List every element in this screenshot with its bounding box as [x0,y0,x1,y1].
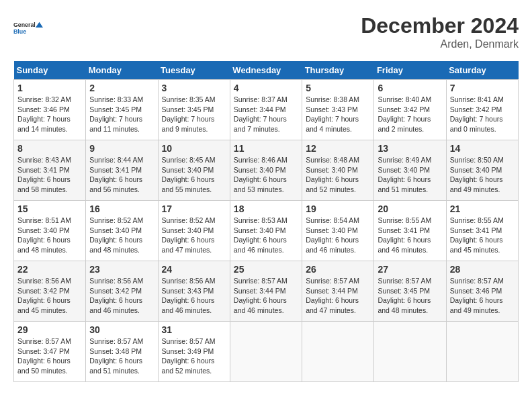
daylight-text: Daylight: 6 hours and 49 minutes. [450,175,503,193]
sunset-text: Sunset: 3:44 PM [234,287,286,295]
calendar-table: SundayMondayTuesdayWednesdayThursdayFrid… [13,61,519,382]
sunrise-text: Sunrise: 8:43 AM [17,156,71,164]
location: Arden, Denmark [361,38,519,50]
daylight-text: Daylight: 6 hours and 46 minutes. [234,236,287,254]
daylight-text: Daylight: 7 hours and 14 minutes. [17,115,71,133]
sunrise-text: Sunrise: 8:55 AM [378,216,431,224]
sunset-text: Sunset: 3:41 PM [17,166,70,174]
empty-cell [374,322,446,382]
sunset-text: Sunset: 3:40 PM [162,166,214,174]
sunset-text: Sunset: 3:42 PM [450,105,502,113]
day-cell-31: 31 Sunrise: 8:57 AM Sunset: 3:49 PM Dayl… [158,322,230,382]
daylight-text: Daylight: 6 hours and 47 minutes. [162,236,215,254]
day-cell-6: 6 Sunrise: 8:40 AM Sunset: 3:42 PM Dayli… [374,80,446,140]
day-info: Sunrise: 8:53 AM Sunset: 3:40 PM Dayligh… [234,216,298,255]
day-number: 22 [17,264,82,275]
day-info: Sunrise: 8:52 AM Sunset: 3:40 PM Dayligh… [162,216,226,255]
day-number: 13 [378,143,442,154]
day-info: Sunrise: 8:43 AM Sunset: 3:41 PM Dayligh… [17,155,82,195]
day-number: 9 [89,143,154,154]
daylight-text: Daylight: 7 hours and 2 minutes. [378,115,431,133]
day-cell-4: 4 Sunrise: 8:37 AM Sunset: 3:44 PM Dayli… [230,80,302,140]
daylight-text: Daylight: 6 hours and 46 minutes. [234,296,287,314]
day-info: Sunrise: 8:57 AM Sunset: 3:49 PM Dayligh… [162,336,226,376]
sunset-text: Sunset: 3:40 PM [162,226,214,234]
day-info: Sunrise: 8:38 AM Sunset: 3:43 PM Dayligh… [306,95,370,134]
day-cell-15: 15 Sunrise: 8:51 AM Sunset: 3:40 PM Dayl… [14,201,86,261]
empty-cell [230,322,302,382]
sunrise-text: Sunrise: 8:35 AM [162,95,216,103]
sunrise-text: Sunrise: 8:55 AM [450,216,504,224]
day-number: 23 [89,264,154,275]
day-number: 11 [234,143,298,154]
daylight-text: Daylight: 7 hours and 11 minutes. [89,115,142,133]
daylight-text: Daylight: 6 hours and 48 minutes. [378,296,431,314]
day-cell-12: 12 Sunrise: 8:48 AM Sunset: 3:40 PM Dayl… [302,140,374,201]
sunset-text: Sunset: 3:43 PM [306,105,358,113]
sunset-text: Sunset: 3:45 PM [162,105,214,113]
day-number: 8 [17,143,82,154]
sunset-text: Sunset: 3:43 PM [162,287,214,295]
day-cell-8: 8 Sunrise: 8:43 AM Sunset: 3:41 PM Dayli… [14,140,86,201]
sunset-text: Sunset: 3:46 PM [17,105,70,113]
day-number: 19 [306,203,370,214]
sunrise-text: Sunrise: 8:32 AM [17,95,71,103]
day-info: Sunrise: 8:52 AM Sunset: 3:40 PM Dayligh… [89,216,154,255]
sunrise-text: Sunrise: 8:45 AM [162,156,216,164]
sunset-text: Sunset: 3:47 PM [17,347,70,355]
day-cell-26: 26 Sunrise: 8:57 AM Sunset: 3:44 PM Dayl… [302,261,374,322]
svg-text:Blue: Blue [13,28,26,35]
sunrise-text: Sunrise: 8:41 AM [450,95,504,103]
sunrise-text: Sunrise: 8:38 AM [306,95,359,103]
sunset-text: Sunset: 3:41 PM [378,226,430,234]
day-info: Sunrise: 8:55 AM Sunset: 3:41 PM Dayligh… [378,216,442,255]
day-cell-23: 23 Sunrise: 8:56 AM Sunset: 3:42 PM Dayl… [86,261,158,322]
header-saturday: Saturday [446,61,518,80]
day-number: 15 [17,203,82,214]
day-number: 1 [17,83,82,93]
day-info: Sunrise: 8:44 AM Sunset: 3:41 PM Dayligh… [89,155,154,195]
day-cell-16: 16 Sunrise: 8:52 AM Sunset: 3:40 PM Dayl… [86,201,158,261]
day-info: Sunrise: 8:57 AM Sunset: 3:48 PM Dayligh… [89,336,154,376]
sunset-text: Sunset: 3:41 PM [450,226,502,234]
daylight-text: Daylight: 6 hours and 58 minutes. [17,175,71,193]
week-row-4: 22 Sunrise: 8:56 AM Sunset: 3:42 PM Dayl… [14,261,519,322]
daylight-text: Daylight: 7 hours and 7 minutes. [234,115,287,133]
day-info: Sunrise: 8:51 AM Sunset: 3:40 PM Dayligh… [17,216,82,255]
daylight-text: Daylight: 6 hours and 51 minutes. [89,357,142,375]
sunrise-text: Sunrise: 8:57 AM [17,337,71,345]
sunset-text: Sunset: 3:46 PM [450,287,502,295]
day-info: Sunrise: 8:57 AM Sunset: 3:45 PM Dayligh… [378,276,442,316]
day-number: 21 [450,203,515,214]
day-number: 26 [306,264,370,275]
header-thursday: Thursday [302,61,374,80]
sunset-text: Sunset: 3:42 PM [89,287,142,295]
day-number: 6 [378,83,442,93]
day-cell-25: 25 Sunrise: 8:57 AM Sunset: 3:44 PM Dayl… [230,261,302,322]
week-row-2: 8 Sunrise: 8:43 AM Sunset: 3:41 PM Dayli… [14,140,519,201]
day-cell-29: 29 Sunrise: 8:57 AM Sunset: 3:47 PM Dayl… [14,322,86,382]
sunset-text: Sunset: 3:42 PM [378,105,430,113]
day-cell-10: 10 Sunrise: 8:45 AM Sunset: 3:40 PM Dayl… [158,140,230,201]
day-info: Sunrise: 8:49 AM Sunset: 3:40 PM Dayligh… [378,155,442,195]
day-number: 3 [162,83,226,93]
week-row-3: 15 Sunrise: 8:51 AM Sunset: 3:40 PM Dayl… [14,201,519,261]
logo: General Blue [13,13,43,43]
sunset-text: Sunset: 3:42 PM [17,287,70,295]
sunrise-text: Sunrise: 8:52 AM [162,216,216,224]
sunset-text: Sunset: 3:40 PM [17,226,70,234]
sunrise-text: Sunrise: 8:37 AM [234,95,287,103]
sunrise-text: Sunrise: 8:56 AM [162,277,216,285]
logo-svg: General Blue [13,13,43,43]
day-cell-11: 11 Sunrise: 8:46 AM Sunset: 3:40 PM Dayl… [230,140,302,201]
day-cell-22: 22 Sunrise: 8:56 AM Sunset: 3:42 PM Dayl… [14,261,86,322]
page-header: General Blue December 2024 Arden, Denmar… [13,13,519,50]
day-info: Sunrise: 8:50 AM Sunset: 3:40 PM Dayligh… [450,155,515,195]
sunset-text: Sunset: 3:40 PM [306,226,358,234]
day-number: 28 [450,264,515,275]
day-number: 16 [89,203,154,214]
sunset-text: Sunset: 3:44 PM [306,287,358,295]
day-info: Sunrise: 8:54 AM Sunset: 3:40 PM Dayligh… [306,216,370,255]
sunrise-text: Sunrise: 8:57 AM [450,277,504,285]
day-number: 7 [450,83,515,93]
